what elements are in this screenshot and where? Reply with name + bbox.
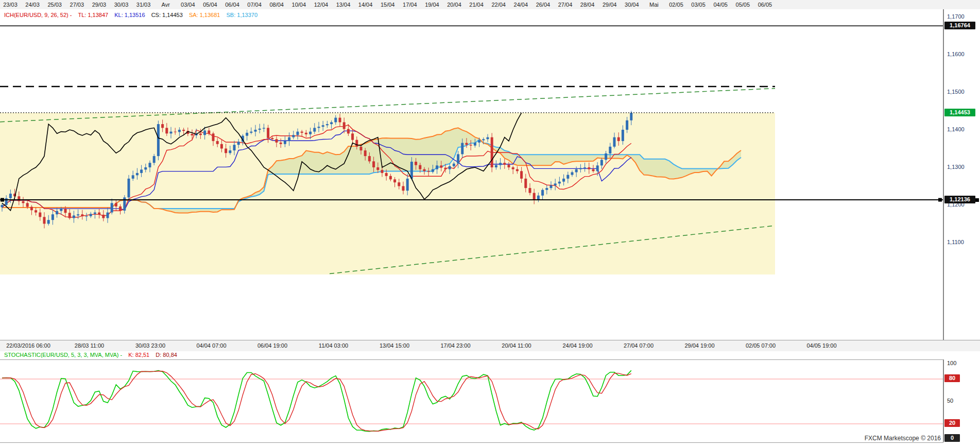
top-axis-label: 20/04 (447, 2, 461, 8)
top-axis-label: 28/04 (580, 2, 595, 8)
ichimoku-name: ICH(EUR/USD, 9, 26, 52) - (4, 12, 73, 18)
line-handle-right[interactable] (938, 198, 942, 202)
top-axis-label: 30/03 (114, 2, 129, 8)
top-axis-label: 05/05 (736, 2, 750, 8)
top-axis-label: 27/03 (70, 2, 84, 8)
senkou-a-value-label: SA: 1,13681 (189, 12, 220, 18)
top-axis-label: 02/05 (669, 2, 683, 8)
top-axis-label: 04/05 (713, 2, 728, 8)
price-tick: 1,1100 (947, 239, 964, 245)
top-axis-label: 29/04 (603, 2, 617, 8)
stoch-k-line (2, 370, 631, 431)
top-axis-label: 30/04 (625, 2, 639, 8)
line-handle-axis[interactable] (975, 198, 979, 202)
top-axis-label: 15/04 (381, 2, 395, 8)
stoch-axis-tick: 50 (947, 398, 953, 404)
top-axis-label: 27/04 (558, 2, 573, 8)
stoch-axis-badge: 80 (944, 374, 960, 382)
main-chart[interactable] (0, 9, 943, 340)
price-badge[interactable]: 1,12136 (944, 196, 975, 203)
top-axis-label: 08/04 (269, 2, 284, 8)
price-axis[interactable]: 1,17001,16001,15001,14001,13001,12001,11… (943, 9, 980, 340)
time-axis-label: 02/05 07:00 (746, 342, 776, 349)
price-tick: 1,1700 (947, 13, 965, 20)
time-axis-label: 20/04 11:00 (502, 342, 531, 349)
ichimoku-label: ICH(EUR/USD, 9, 26, 52) - TL: 1,13847 KL… (4, 12, 262, 18)
senkou-b-value-label: SB: 1,13370 (227, 12, 258, 18)
top-axis-label: Avr (162, 2, 170, 8)
top-axis-label: 22/04 (491, 2, 506, 8)
price-badge: 1,16764 (944, 22, 975, 29)
stoch-axis-badge: 0 (944, 434, 960, 442)
line-handle-left[interactable] (1, 198, 4, 202)
time-axis-label: 04/05 19:00 (806, 342, 836, 349)
time-axis-label: 13/04 15:00 (380, 342, 409, 349)
top-axis-label: 24/04 (514, 2, 528, 8)
top-axis-label: 06/04 (225, 2, 239, 8)
top-axis-label: 14/04 (358, 2, 373, 8)
stoch-axis-badge: 20 (944, 419, 960, 427)
time-axis-label: 22/03/2016 06:00 (6, 342, 50, 349)
price-badge: 1,14453 (944, 109, 975, 116)
stoch-d-line (2, 371, 631, 431)
price-tick: 1,1600 (947, 51, 965, 57)
time-axis-label: 06/04 19:00 (257, 342, 287, 349)
time-axis-label: 17/04 23:00 (440, 342, 470, 349)
price-pane: ICH(EUR/USD, 9, 26, 52) - TL: 1,13847 KL… (0, 9, 980, 340)
time-axis-label: 04/04 07:00 (196, 342, 226, 349)
price-tick: 1,1500 (947, 89, 965, 95)
time-axis-label: 29/04 19:00 (684, 342, 714, 349)
price-tick: 1,1400 (947, 126, 965, 132)
top-date-axis[interactable]: 23/0324/0325/0327/0329/0330/0331/03Avr03… (0, 0, 980, 10)
top-axis-label: 07/04 (247, 2, 262, 8)
top-axis-label: 06/05 (758, 2, 772, 8)
stoch-chart[interactable] (0, 359, 943, 443)
stoch-axis-tick: 100 (947, 360, 956, 366)
top-axis-label: 12/04 (314, 2, 329, 8)
top-axis-label: 05/04 (203, 2, 217, 8)
stochastic-label: STOCHASTIC(EUR/USD, 5, 3, 3, MVA, MVA) -… (4, 352, 182, 358)
top-axis-label: 19/04 (425, 2, 439, 8)
stochastic-pane: STOCHASTIC(EUR/USD, 5, 3, 3, MVA, MVA) -… (0, 351, 980, 447)
kijun-value-label: KL: 1,13516 (114, 12, 145, 18)
stoch-k-value-label: K: 82,51 (128, 352, 149, 358)
time-axis-label: 28/03 11:00 (75, 342, 104, 349)
top-axis-label: 17/04 (403, 2, 417, 8)
watermark: FXCM Marketscope © 2016 (865, 435, 941, 442)
stoch-d-value-label: D: 80,84 (156, 352, 177, 358)
top-axis-label: 13/04 (336, 2, 351, 8)
time-axis-label: 11/04 03:00 (319, 342, 348, 349)
time-axis-label: 24/04 19:00 (562, 342, 592, 349)
time-axis-label: 27/04 07:00 (624, 342, 654, 349)
top-axis-label: 31/03 (136, 2, 151, 8)
yellow-zone[interactable] (0, 113, 775, 274)
stoch-axis: 1008050200 (943, 359, 980, 442)
chikou-value-label: CS: 1,14453 (151, 12, 183, 18)
top-axis-label: 26/04 (536, 2, 551, 8)
chart-window: 23/0324/0325/0327/0329/0330/0331/03Avr03… (0, 0, 980, 447)
top-axis-label: 23/03 (3, 2, 18, 8)
time-axis[interactable]: 22/03/2016 06:0028/03 11:0030/03 23:0004… (0, 340, 980, 352)
top-axis-label: 29/03 (92, 2, 107, 8)
time-axis-label: 30/03 23:00 (135, 342, 165, 349)
top-axis-label: 24/03 (25, 2, 40, 8)
top-axis-label: 10/04 (292, 2, 306, 8)
stochastic-name: STOCHASTIC(EUR/USD, 5, 3, 3, MVA, MVA) - (4, 352, 124, 358)
tenkan-value-label: TL: 1,13847 (78, 12, 108, 18)
top-axis-label: 03/05 (691, 2, 706, 8)
top-axis-label: 25/03 (47, 2, 62, 8)
top-axis-label: 03/04 (181, 2, 195, 8)
top-axis-label: Mai (649, 2, 659, 8)
price-tick: 1,1300 (947, 164, 965, 170)
top-axis-label: 21/04 (469, 2, 484, 8)
